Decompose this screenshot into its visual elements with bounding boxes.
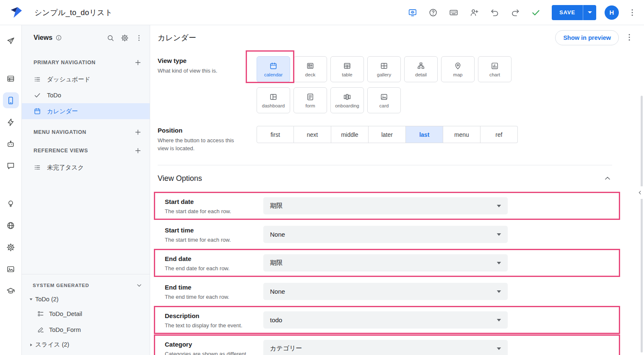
system-group-row[interactable]: スライス (2) xyxy=(22,338,150,352)
save-button[interactable]: SAVE xyxy=(552,5,583,20)
settings-icon[interactable] xyxy=(3,239,19,255)
chevron-down-icon[interactable] xyxy=(135,282,143,289)
position-next[interactable]: next xyxy=(294,126,331,143)
description-select[interactable]: todo xyxy=(263,311,508,329)
start-date-select[interactable]: 期限 xyxy=(263,197,508,214)
position-ref[interactable]: ref xyxy=(480,126,518,143)
system-view-item[interactable]: ToDo_Detail xyxy=(22,306,150,322)
sidebar-view-item[interactable]: ダッシュボード xyxy=(22,71,150,87)
scrollbar[interactable] xyxy=(641,96,643,352)
sidebar-view-item[interactable]: 未完了タスク xyxy=(22,159,150,175)
system-view-item[interactable]: ToDo_Form xyxy=(22,322,150,338)
view-type-map[interactable]: map xyxy=(441,56,475,82)
triangle-right-icon xyxy=(28,342,34,348)
dashboard-view-icon xyxy=(269,93,278,101)
system-group-row[interactable]: ToDo (2) xyxy=(22,292,150,306)
chat-icon[interactable] xyxy=(3,158,19,174)
view-type-calendar[interactable]: calendar xyxy=(257,56,290,82)
topbar-actions: SAVE H xyxy=(408,5,637,20)
field-label: Start date xyxy=(165,198,263,205)
end-date-select[interactable]: 期限 xyxy=(263,254,508,271)
caret-down-icon xyxy=(497,347,501,350)
sidebar-view-item[interactable]: ToDo xyxy=(22,87,150,103)
search-icon[interactable] xyxy=(106,34,114,42)
caret-down-icon xyxy=(588,11,592,13)
check-sm-icon xyxy=(34,91,41,99)
undo-icon[interactable] xyxy=(490,8,500,18)
share-app-icon[interactable] xyxy=(469,8,479,18)
chevron-up-icon[interactable] xyxy=(603,174,612,183)
view-type-option-label: dashboard xyxy=(262,103,285,108)
view-type-table[interactable]: table xyxy=(330,56,364,82)
category-select[interactable]: カテゴリー xyxy=(263,340,508,355)
caret-down-icon xyxy=(497,205,501,207)
selected-value: 期限 xyxy=(270,202,283,210)
view-type-form[interactable]: form xyxy=(293,87,327,113)
selected-value: None xyxy=(270,231,285,238)
save-button-group: SAVE xyxy=(552,5,596,20)
learn-icon[interactable] xyxy=(3,283,19,299)
app-preview-icon[interactable] xyxy=(408,8,418,18)
save-dropdown-button[interactable] xyxy=(583,5,596,20)
sidebar-more-icon[interactable] xyxy=(135,34,143,42)
view-type-option-label: form xyxy=(306,103,315,108)
position-first[interactable]: first xyxy=(257,126,294,143)
position-menu[interactable]: menu xyxy=(443,126,480,143)
connections-icon[interactable] xyxy=(3,217,19,233)
add-view-button[interactable] xyxy=(134,128,142,136)
field-label: End time xyxy=(165,284,263,291)
view-type-chart[interactable]: chart xyxy=(478,56,512,82)
sidebar-view-item[interactable]: カレンダー xyxy=(22,103,150,119)
sidebar-title: Views xyxy=(34,34,52,42)
system-generated-header[interactable]: SYSTEM GENERATED xyxy=(22,279,150,292)
detail-doc-icon xyxy=(37,310,44,318)
help-icon[interactable] xyxy=(428,8,438,18)
calendar-sm-icon xyxy=(34,107,41,115)
position-options: firstnextmiddlelaterlastmenuref xyxy=(257,126,518,143)
info-icon[interactable] xyxy=(55,34,62,41)
appsheet-logo-icon[interactable] xyxy=(10,6,23,19)
collapse-panel-handle[interactable] xyxy=(636,186,644,199)
view-type-detail[interactable]: detail xyxy=(404,56,438,82)
end-time-select[interactable]: None xyxy=(263,283,508,300)
map-view-icon xyxy=(454,62,462,70)
view-type-gallery[interactable]: gallery xyxy=(367,56,401,82)
chart-view-icon xyxy=(491,62,499,70)
position-last[interactable]: last xyxy=(406,126,443,143)
redo-icon[interactable] xyxy=(510,8,520,18)
add-view-button[interactable] xyxy=(134,58,142,67)
list-icon xyxy=(34,76,41,83)
show-in-preview-button[interactable]: Show in preview xyxy=(555,30,619,45)
add-view-button[interactable] xyxy=(134,146,142,155)
editor-body: Views PRIMARY NAVIGATIONダッシュボードToDoカレンダー… xyxy=(0,25,644,355)
get-started-icon[interactable] xyxy=(3,33,19,49)
manage-icon[interactable] xyxy=(3,261,19,277)
field-description: Categories are shown as different xyxy=(165,350,263,355)
position-middle[interactable]: middle xyxy=(331,126,369,143)
views-icon[interactable] xyxy=(3,92,19,108)
field-label-column: End dateThe end date for each row. xyxy=(165,254,263,272)
data-icon[interactable] xyxy=(3,70,19,86)
actions-icon[interactable] xyxy=(3,114,19,130)
gear-icon[interactable] xyxy=(121,34,129,42)
view-type-deck[interactable]: deck xyxy=(293,56,327,82)
view-type-onboarding[interactable]: onboarding xyxy=(330,87,364,113)
start-time-select[interactable]: None xyxy=(263,226,508,243)
automation-icon[interactable] xyxy=(3,136,19,152)
view-type-section: View type What kind of view this is. cal… xyxy=(158,56,612,113)
field-start-time: Start timeThe start time for each row.No… xyxy=(158,226,612,244)
keyboard-shortcuts-icon[interactable] xyxy=(449,8,459,18)
view-type-description: What kind of view this is. xyxy=(158,67,244,75)
intelligence-icon[interactable] xyxy=(3,196,19,211)
field-start-date: Start dateThe start date for each row.期限 xyxy=(158,197,612,215)
view-type-card[interactable]: card xyxy=(367,87,401,113)
field-label: Start time xyxy=(165,227,263,234)
view-more-menu-icon[interactable] xyxy=(625,33,635,43)
more-menu-icon[interactable] xyxy=(627,8,637,18)
saved-check-icon[interactable] xyxy=(531,8,541,18)
view-type-option-label: table xyxy=(342,72,353,77)
view-type-dashboard[interactable]: dashboard xyxy=(257,87,290,113)
avatar[interactable]: H xyxy=(605,5,619,20)
position-label: Position xyxy=(158,127,257,134)
position-later[interactable]: later xyxy=(369,126,406,143)
